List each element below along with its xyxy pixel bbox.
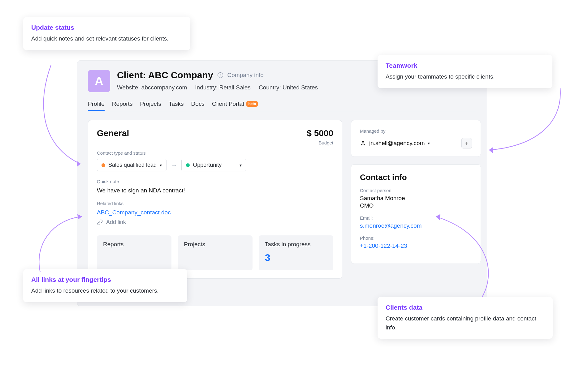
status-from-label: Sales qualified lead [108, 162, 157, 168]
tab-profile[interactable]: Profile [88, 101, 105, 111]
quick-note-text: We have to sign an NDA contract! [97, 187, 333, 194]
callout-title: Teamwork [386, 62, 544, 69]
callout-body: Create customer cards containing profile… [386, 314, 545, 332]
callout-all-links: All links at your fingertips Add links t… [23, 269, 187, 302]
tab-tasks-label: Tasks [169, 101, 184, 107]
quick-note-label: Quick note [97, 179, 333, 184]
add-link-button[interactable]: Add link [97, 219, 126, 225]
arrow-right-icon: → [171, 161, 177, 169]
callout-body: Assign your teammates to specific client… [386, 72, 544, 81]
tab-client-portal[interactable]: Client Portal beta [212, 101, 258, 111]
tab-profile-label: Profile [88, 101, 105, 107]
client-industry: Industry: Retail Sales [195, 84, 251, 91]
tab-projects-label: Projects [140, 101, 161, 107]
tab-docs[interactable]: Docs [191, 101, 205, 111]
callout-body: Add links to resources related to your c… [31, 286, 179, 295]
stat-projects[interactable]: Projects [178, 235, 252, 270]
tab-reports[interactable]: Reports [112, 101, 133, 111]
related-links-label: Related links [97, 201, 333, 206]
budget-label: Budget [307, 140, 333, 145]
beta-badge: beta [246, 101, 258, 107]
callout-arrow-icon [483, 88, 563, 156]
contact-person-label: Contact person [360, 188, 472, 193]
managed-by-card: Managed by jn.shell@agency.com ▾ [351, 120, 481, 157]
budget-amount: $ 5000 [307, 128, 333, 138]
plus-icon: + [465, 140, 469, 147]
general-card: General $ 5000 Budget Contact type and s… [88, 120, 342, 279]
stat-reports[interactable]: Reports [97, 235, 171, 270]
contact-email-value[interactable]: s.monroe@agency.com [360, 222, 472, 229]
info-icon[interactable]: i [218, 72, 223, 78]
tab-client-portal-label: Client Portal [212, 101, 244, 107]
status-dot-green-icon [186, 163, 190, 167]
client-tabs: Profile Reports Projects Tasks Docs Clie… [88, 99, 476, 111]
add-link-label: Add link [106, 219, 126, 225]
contact-type-label: Contact type and status [97, 150, 333, 156]
contact-info-card: Contact info Contact person Samatha Monr… [351, 164, 481, 264]
status-to-dropdown[interactable]: Opportunity ▾ [181, 159, 246, 171]
stat-tasks-value: 3 [265, 252, 327, 264]
stat-reports-label: Reports [103, 241, 165, 248]
callout-update-status: Update status Add quick notes and set re… [23, 17, 190, 50]
callout-title: All links at your fingertips [31, 276, 179, 283]
callout-clients-data: Clients data Create customer cards conta… [378, 297, 553, 339]
callout-title: Clients data [386, 304, 545, 311]
person-icon [360, 140, 366, 146]
client-avatar: A [88, 70, 110, 92]
tab-reports-label: Reports [112, 101, 133, 107]
tab-docs-label: Docs [191, 101, 205, 107]
chevron-down-icon: ▾ [240, 163, 242, 168]
svg-marker-2 [489, 147, 493, 153]
status-from-dropdown[interactable]: Sales qualified lead ▾ [97, 159, 166, 171]
contact-person-name: Samatha Monroe [360, 195, 472, 202]
client-title: Client: ABC Company [117, 70, 213, 80]
client-website: Website: abccompany.com [117, 84, 187, 91]
contact-info-title: Contact info [360, 173, 472, 182]
add-manager-button[interactable]: + [461, 138, 472, 148]
avatar-letter: A [95, 75, 103, 88]
callout-teamwork: Teamwork Assign your teammates to specif… [378, 55, 552, 88]
svg-point-0 [362, 141, 364, 143]
related-link-file[interactable]: ABC_Company_contact.doc [97, 209, 333, 216]
callout-body: Add quick notes and set relevant statuse… [31, 34, 182, 43]
contact-phone-value[interactable]: +1-200-122-14-23 [360, 243, 472, 249]
tab-tasks[interactable]: Tasks [169, 101, 184, 111]
company-info-label: Company info [227, 72, 264, 79]
callout-title: Update status [31, 24, 182, 31]
stat-tasks[interactable]: Tasks in progress 3 [259, 235, 333, 270]
contact-person-role: CMO [360, 202, 472, 209]
contact-email-label: Email: [360, 215, 472, 221]
chevron-down-icon: ▾ [428, 141, 430, 146]
chevron-down-icon: ▾ [160, 163, 162, 168]
stat-tasks-label: Tasks in progress [265, 241, 327, 248]
managed-by-label: Managed by [360, 128, 472, 134]
contact-phone-label: Phone: [360, 235, 472, 241]
managed-by-dropdown[interactable]: jn.shell@agency.com ▾ [360, 140, 430, 147]
tab-projects[interactable]: Projects [140, 101, 161, 111]
status-to-label: Opportunity [193, 162, 222, 168]
managed-by-email: jn.shell@agency.com [369, 140, 425, 147]
status-dot-orange-icon [102, 163, 105, 167]
stat-projects-label: Projects [184, 241, 246, 248]
general-title: General [97, 128, 129, 138]
client-country: Country: United States [259, 84, 318, 91]
link-icon [97, 219, 103, 225]
